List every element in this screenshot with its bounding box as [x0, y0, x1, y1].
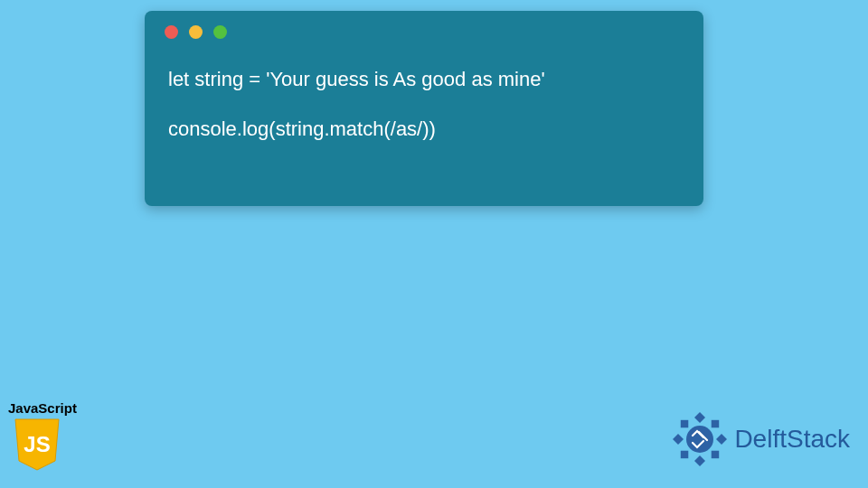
minimize-icon [189, 25, 203, 39]
svg-marker-2 [716, 434, 727, 445]
svg-marker-3 [708, 446, 723, 462]
code-line-2: console.log(string.match(/as/)) [168, 116, 680, 144]
code-window: let string = 'Your guess is As good as m… [145, 11, 703, 206]
svg-marker-6 [673, 434, 684, 445]
delftstack-logo: DelftStack [671, 410, 850, 468]
code-body: let string = 'Your guess is As good as m… [145, 39, 703, 144]
code-line-1: let string = 'Your guess is As good as m… [168, 66, 680, 94]
javascript-shield-icon: JS [12, 418, 62, 472]
window-controls [145, 11, 703, 39]
svg-marker-0 [694, 412, 705, 423]
svg-marker-4 [694, 455, 705, 466]
js-glyph: JS [24, 432, 50, 456]
close-icon [165, 25, 178, 39]
brand-name: DelftStack [734, 425, 850, 454]
svg-point-8 [686, 426, 713, 453]
javascript-badge: JavaScript JS [8, 400, 73, 475]
maximize-icon [213, 25, 227, 39]
svg-marker-5 [677, 446, 693, 462]
javascript-label: JavaScript [8, 400, 73, 416]
delftstack-icon [671, 410, 729, 468]
svg-marker-7 [677, 417, 693, 432]
svg-marker-1 [708, 417, 723, 432]
